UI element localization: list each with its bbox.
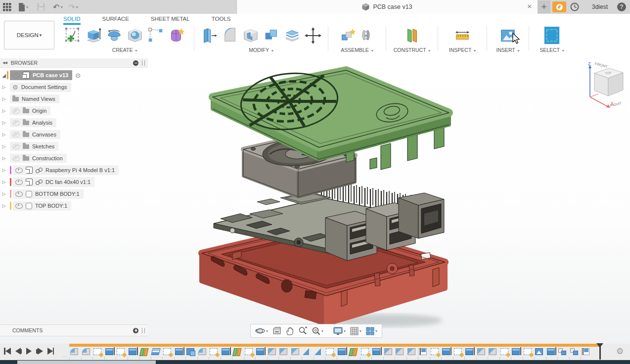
create-sketch-button[interactable]	[63, 25, 83, 46]
timeline-feature-sketch[interactable]	[360, 347, 372, 360]
visibility-eye-icon[interactable]	[15, 203, 23, 209]
browser-drag-handle[interactable]	[142, 60, 145, 66]
timeline-feature-extrude[interactable]	[337, 347, 349, 360]
browser-item-origin[interactable]: ▷Origin	[0, 105, 148, 117]
expand-arrow-icon[interactable]: ▷	[1, 132, 7, 137]
browser-item-document-settings[interactable]: ▷⚙Document Settings	[0, 81, 148, 93]
browser-item-label[interactable]: TOP BODY:1	[35, 203, 67, 209]
timeline-feature-group[interactable]	[418, 347, 430, 360]
browser-item-canvases[interactable]: ▷Canvases	[0, 129, 148, 140]
app-grid-icon[interactable]	[3, 2, 11, 12]
timeline-feature-sketch[interactable]	[499, 347, 511, 360]
timeline-feature-sketch[interactable]	[523, 347, 535, 360]
username[interactable]: 3diest	[585, 0, 615, 14]
fillet-button[interactable]	[220, 25, 240, 46]
exploded-model-render[interactable]	[193, 62, 462, 331]
timeline-feature-chamfer[interactable]	[476, 347, 488, 360]
timeline-feature-sketch[interactable]	[453, 347, 465, 360]
visibility-eye-icon[interactable]	[12, 73, 20, 78]
browser-item-label[interactable]: BOTTOM BODY:1	[35, 191, 80, 197]
new-component-button[interactable]	[340, 25, 357, 46]
create-form-button[interactable]	[167, 25, 186, 46]
help-button[interactable]: ?	[617, 2, 626, 11]
construct-group-label[interactable]: CONSTRUCT ▾	[394, 47, 431, 53]
insert-group-label[interactable]: INSERT ▾	[496, 47, 519, 53]
expand-arrow-icon[interactable]: ▷	[1, 108, 7, 113]
redo-button[interactable]: ↷▾	[68, 2, 78, 12]
extrude-button[interactable]	[84, 25, 103, 46]
expand-arrow-icon[interactable]: ▷	[1, 85, 7, 90]
file-menu-caret[interactable]: ▾	[26, 5, 28, 9]
play-button[interactable]	[26, 347, 32, 356]
display-settings-button[interactable]: ▾	[332, 325, 347, 337]
browser-item-label[interactable]: Canvases	[32, 132, 56, 137]
timeline-scrollbar[interactable]	[0, 360, 630, 364]
visibility-eye-icon[interactable]	[15, 180, 23, 185]
expand-arrow-icon[interactable]: ▷	[1, 203, 7, 208]
timeline-scrollbar-thumb[interactable]	[17, 361, 156, 364]
timeline-feature-split[interactable]	[151, 347, 163, 360]
go-to-end-button[interactable]	[47, 347, 54, 356]
browser-item-named-views[interactable]: ▷Named Views	[0, 93, 148, 105]
expand-arrow-icon[interactable]: ▷	[1, 168, 7, 173]
expand-arrow-icon[interactable]: ▷	[1, 191, 7, 196]
orbit-button[interactable]: ▾	[254, 325, 270, 337]
modify-group-label[interactable]: MODIFY ▾	[249, 47, 273, 53]
timeline-feature-chamfer[interactable]	[406, 347, 418, 360]
grid-snap-button[interactable]: ▾	[349, 325, 363, 337]
timeline-playhead[interactable]	[599, 343, 601, 360]
timeline-feature-fillet[interactable]	[197, 347, 209, 360]
construction-plane-button[interactable]	[402, 25, 422, 46]
save-button[interactable]	[37, 2, 45, 12]
timeline-feature-group[interactable]	[581, 347, 592, 360]
tab-close-icon[interactable]: ×	[527, 2, 532, 11]
timeline-feature-component[interactable]	[569, 347, 581, 360]
timeline-feature-extrude[interactable]	[511, 347, 523, 360]
create-group-label[interactable]: CREATE ▾	[112, 47, 137, 53]
browser-item-label[interactable]: Raspberry Pi 4 Model B v1:1	[45, 167, 115, 173]
timeline-feature-chamfer[interactable]	[395, 347, 406, 360]
viewports-button[interactable]: ▾	[364, 325, 379, 337]
look-at-button[interactable]	[271, 325, 283, 337]
browser-item-label[interactable]: Document Settings	[21, 84, 67, 90]
assemble-group-label[interactable]: ASSEMBLE ▾	[341, 47, 373, 53]
file-menu-button[interactable]: ▾	[18, 2, 28, 12]
timeline-feature-sketch[interactable]	[325, 347, 337, 360]
pan-button[interactable]	[284, 325, 295, 337]
timeline-feature-sketch[interactable]	[92, 347, 104, 360]
expand-arrow-icon[interactable]: ▷	[1, 180, 7, 184]
timeline-feature-extrude[interactable]	[464, 347, 476, 360]
undo-caret[interactable]: ▾	[60, 5, 62, 9]
timeline-feature-extrude[interactable]	[255, 347, 267, 360]
timeline-feature-extrude[interactable]	[174, 347, 186, 360]
browser-item-label[interactable]: Analysis	[32, 120, 52, 126]
redo-caret[interactable]: ▾	[76, 5, 78, 9]
timeline-feature-combine[interactable]	[185, 347, 197, 360]
select-group-label[interactable]: SELECT ▾	[540, 47, 564, 53]
timeline-feature-extrude[interactable]	[441, 347, 453, 360]
step-back-button[interactable]	[15, 347, 22, 356]
inspect-group-label[interactable]: INSPECT ▾	[449, 47, 476, 53]
collapse-browser-icon[interactable]: ◀◀	[2, 61, 7, 65]
timeline-feature-plane[interactable]	[348, 347, 360, 360]
timeline-feature-chamfer[interactable]	[488, 347, 499, 360]
visibility-eye-icon[interactable]	[15, 191, 23, 197]
ribbon-tab-surface[interactable]: SURFACE	[102, 16, 129, 25]
browser-minimize-icon[interactable]	[133, 60, 138, 66]
comments-drag-handle[interactable]	[142, 328, 145, 333]
expand-arrow-icon[interactable]: ▷	[1, 144, 7, 149]
timeline-feature-sketch[interactable]	[116, 347, 128, 360]
timeline-feature-extrude[interactable]	[371, 347, 383, 360]
move-copy-button[interactable]	[303, 25, 323, 46]
timeline-feature-extrude[interactable]	[104, 347, 116, 360]
timeline-feature-extrude[interactable]	[128, 347, 139, 360]
expand-arrow-icon[interactable]: ▷	[1, 96, 7, 101]
browser-item-raspberry-pi-4-model-b-v1-1[interactable]: ▷Raspberry Pi 4 Model B v1:1	[0, 164, 148, 176]
workspace-selector[interactable]: DESIGN ▾	[4, 21, 54, 49]
timeline-feature-mirror[interactable]	[302, 347, 314, 360]
split-body-button[interactable]	[282, 25, 302, 46]
visibility-off-icon[interactable]	[12, 144, 20, 149]
timeline-feature-sketch[interactable]	[162, 347, 174, 360]
browser-item-analysis[interactable]: ▷Analysis	[0, 117, 148, 129]
timeline-feature-extrude[interactable]	[546, 347, 558, 360]
